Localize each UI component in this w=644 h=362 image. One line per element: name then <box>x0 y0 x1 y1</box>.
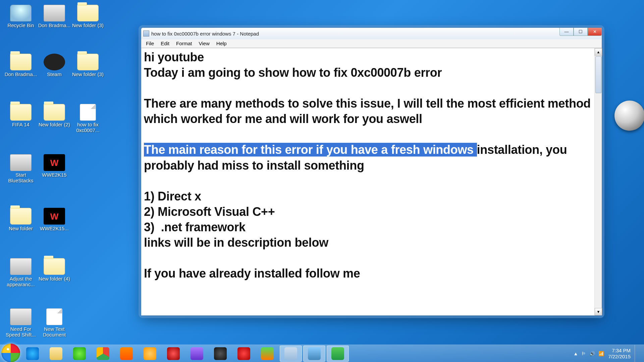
taskbar-chrome[interactable] <box>92 346 114 362</box>
icon-label: FIFA 14 <box>4 122 38 128</box>
folder-icon <box>44 258 65 275</box>
text-selection: The main reason for this error if you ha… <box>144 143 477 157</box>
taskbar-vlc[interactable] <box>115 346 138 362</box>
desktop-icon-wwe2k15[interactable]: WWWE2K15 <box>38 154 71 178</box>
app-icon <box>10 258 32 275</box>
system-tray: ▲🏳🔊📶 7:34 PM 7/22/2015 <box>570 345 644 362</box>
start-button[interactable] <box>1 344 20 362</box>
desktop-icon-steam[interactable]: Steam <box>38 54 71 77</box>
desktop-icon-need-for-speed-shift-[interactable]: Need For Speed Shift... <box>4 308 38 338</box>
chrome-icon <box>97 347 109 360</box>
desktop-icon-fifa-14[interactable]: FIFA 14 <box>4 104 38 128</box>
tray-icon-1[interactable]: 🏳 <box>581 351 586 356</box>
icon-label: Adjust the appearanc... <box>4 276 38 287</box>
wwe-icon: W <box>44 208 65 225</box>
menubar: FileEditFormatViewHelp <box>141 39 602 48</box>
tray-icon-3[interactable]: 📶 <box>598 351 604 356</box>
folder-icon <box>77 54 99 70</box>
media-icon <box>144 347 156 360</box>
desktop-icon-recycle-bin[interactable]: Recycle Bin <box>4 5 38 28</box>
folder-icon <box>10 104 32 121</box>
taskbar-ie[interactable] <box>21 346 44 362</box>
taskbar-record[interactable] <box>162 346 184 362</box>
wwe-icon: W <box>44 154 65 171</box>
minimize-button[interactable]: — <box>559 28 574 36</box>
taskbar-explorer[interactable] <box>45 346 67 362</box>
scroll-up-button[interactable]: ▲ <box>595 48 602 56</box>
tray-icon-0[interactable]: ▲ <box>573 351 578 356</box>
desktop-icon-don-bradma-[interactable]: Don Bradma... <box>38 5 71 28</box>
notepad-icon <box>143 31 149 37</box>
show-desktop-button[interactable] <box>635 345 641 362</box>
txt-icon <box>80 104 96 121</box>
scroll-down-button[interactable]: ▼ <box>595 308 602 315</box>
window-buttons: — ☐ ✕ <box>559 28 602 36</box>
taskbar-task-settings[interactable] <box>303 346 325 362</box>
text-area[interactable]: hi youtube Today i am going to show how … <box>141 48 594 315</box>
maximize-button[interactable]: ☐ <box>574 28 588 36</box>
desktop-icon-new-folder-3-[interactable]: New folder (3) <box>71 54 105 77</box>
desktop-icon-wwe2k15-[interactable]: WWWE2K15... <box>38 208 71 232</box>
obs-icon <box>214 347 227 360</box>
desktop-icon-new-text-document[interactable]: New Text Document <box>38 308 71 338</box>
scroll-thumb[interactable] <box>595 56 601 93</box>
taskbar: ▲🏳🔊📶 7:34 PM 7/22/2015 <box>0 345 644 362</box>
taskbar-task-notepad[interactable] <box>280 346 302 362</box>
utorrent-icon <box>73 347 86 360</box>
cpu-gadget[interactable] <box>614 101 644 131</box>
taskbar-app1[interactable] <box>186 346 208 362</box>
close-button[interactable]: ✕ <box>588 28 602 36</box>
app-icon <box>10 308 32 325</box>
titlebar[interactable]: how to fix 0xc00007b error windows 7 - N… <box>141 28 602 39</box>
app-icon <box>44 5 65 21</box>
taskbar-media[interactable] <box>139 346 161 362</box>
folder-icon <box>44 104 65 121</box>
menu-file[interactable]: File <box>143 40 157 47</box>
tray-icon-2[interactable]: 🔊 <box>589 351 595 356</box>
taskbar-camtasia[interactable] <box>327 346 349 362</box>
vertical-scrollbar[interactable]: ▲ ▼ <box>594 48 602 315</box>
desktop-icon-adjust-the-appearanc-[interactable]: Adjust the appearanc... <box>4 258 38 287</box>
menu-edit[interactable]: Edit <box>158 40 172 47</box>
desktop-icon-new-folder-3-[interactable]: New folder (3) <box>71 5 105 28</box>
opera-icon <box>237 347 250 360</box>
icon-label: WWE2K15 <box>38 172 71 178</box>
desktop-icon-how-to-fix-0xc0007-[interactable]: how to fix 0xc0007... <box>71 104 105 133</box>
bin-icon <box>10 5 32 21</box>
taskbar-opera[interactable] <box>233 346 255 362</box>
desktop-icon-new-folder-2-[interactable]: New folder (2) <box>38 104 71 128</box>
icon-label: Steam <box>38 72 71 77</box>
app2-icon <box>261 347 274 360</box>
menu-view[interactable]: View <box>196 40 212 47</box>
desktop-icon-start-bluestacks[interactable]: Start BlueStacks <box>4 154 38 183</box>
text-area-wrap: hi youtube Today i am going to show how … <box>141 48 602 315</box>
menu-help[interactable]: Help <box>214 40 229 47</box>
icon-label: Don Bradma... <box>38 23 71 28</box>
icon-label: Need For Speed Shift... <box>4 326 38 338</box>
txt-icon <box>46 308 62 325</box>
icon-label: Don Bradma... <box>4 72 38 77</box>
steam-icon <box>44 54 65 70</box>
app1-icon <box>191 347 203 360</box>
explorer-icon <box>50 347 62 360</box>
icon-label: New folder <box>4 226 38 232</box>
desktop-icon-new-folder-4-[interactable]: New folder (4) <box>38 258 71 282</box>
vlc-icon <box>120 347 133 360</box>
icon-label: Recycle Bin <box>4 23 38 28</box>
icon-label: Start BlueStacks <box>4 172 38 183</box>
taskbar-utorrent[interactable] <box>68 346 91 362</box>
icon-label: New Text Document <box>38 326 71 338</box>
taskbar-app2[interactable] <box>256 346 278 362</box>
camtasia-icon <box>331 347 344 360</box>
desktop-icon-new-folder[interactable]: New folder <box>4 208 38 232</box>
task-notepad-icon <box>284 347 297 360</box>
desktop-icon-don-bradma-[interactable]: Don Bradma... <box>4 54 38 77</box>
taskbar-obs[interactable] <box>209 346 231 362</box>
task-settings-icon <box>308 347 321 360</box>
clock[interactable]: 7:34 PM 7/22/2015 <box>608 348 631 359</box>
icon-label: New folder (3) <box>71 23 105 28</box>
clock-time: 7:34 PM <box>608 348 631 353</box>
text-before: hi youtube Today i am going to show how … <box>144 50 594 126</box>
icon-label: New folder (4) <box>38 276 71 282</box>
menu-format[interactable]: Format <box>173 40 195 47</box>
